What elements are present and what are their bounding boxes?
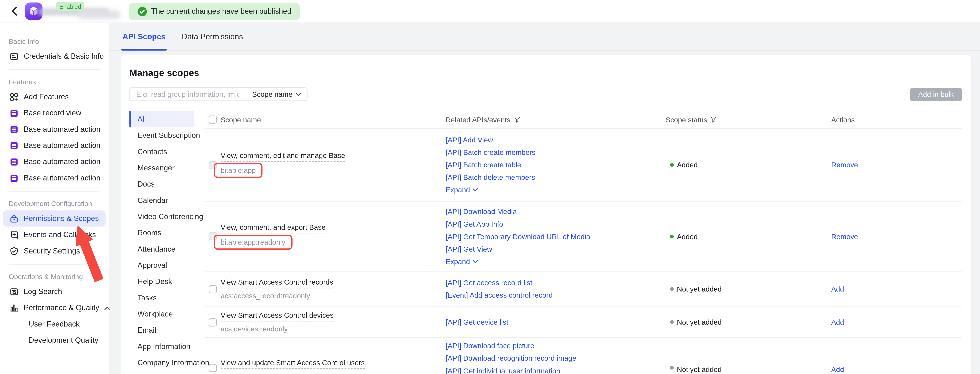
category-item[interactable]: Attendance — [129, 241, 194, 257]
expand-link[interactable]: Expand — [445, 255, 478, 268]
sidebar-item-permissions-scopes[interactable]: Permissions & Scopes — [3, 210, 105, 227]
api-link[interactable]: [API] Get View — [445, 242, 492, 255]
api-link[interactable]: [API] Batch create table — [445, 158, 521, 171]
scope-code: acs:devices:readonly — [221, 325, 288, 333]
category-item[interactable]: Tasks — [129, 290, 194, 306]
api-link[interactable]: [API] Download recognition record image — [445, 352, 576, 364]
category-item[interactable]: Company Information — [129, 355, 194, 371]
remove-action[interactable]: Remove — [831, 233, 858, 240]
search-filter-dropdown[interactable]: Scope name — [246, 88, 307, 100]
api-link[interactable]: [API] Add View — [445, 134, 493, 146]
sidebar-item-user-feedback[interactable]: User Feedback — [0, 316, 109, 332]
sidebar-item-label: User Feedback — [29, 320, 80, 328]
status-dot-added — [670, 163, 674, 166]
bar-chart-icon — [9, 303, 19, 313]
api-link[interactable]: [API] Get device list — [445, 316, 508, 328]
sidebar-item-label: Development Quality — [29, 336, 98, 344]
category-item[interactable]: Email — [129, 322, 194, 338]
sidebar-item-events-callbacks[interactable]: Events and Callbacks — [0, 227, 109, 243]
status-text: Added — [677, 161, 697, 169]
category-item[interactable]: Help Desk — [129, 273, 194, 290]
collapse-chevron-icon[interactable] — [104, 303, 110, 312]
sidebar-item-label: Base automated action — [24, 125, 100, 134]
sidebar-item-base-automated-action[interactable]: Base automated action — [0, 170, 109, 186]
app-window: Enabled The current changes have been pu… — [0, 0, 980, 374]
category-item[interactable]: Event Subscription — [129, 127, 194, 143]
category-item[interactable]: Video Conferencing — [129, 209, 194, 225]
add-features-icon — [9, 92, 19, 102]
toolbar: Scope name Add in bulk — [129, 87, 962, 101]
api-link[interactable]: [API] Batch delete members — [445, 171, 535, 184]
category-item[interactable]: Approval — [129, 257, 194, 273]
api-link[interactable]: [API] Get Temporary Download URL of Medi… — [445, 230, 590, 242]
sidebar-item-label: Add Features — [24, 92, 69, 101]
event-link[interactable]: [Event] Add access control record — [445, 289, 553, 301]
add-action[interactable]: Add — [831, 319, 844, 326]
add-action[interactable]: Add — [831, 285, 844, 293]
top-bar: Enabled The current changes have been pu… — [0, 0, 980, 23]
api-link[interactable]: [API] Download Media — [445, 205, 517, 217]
sidebar-item-performance-quality[interactable]: Performance & Quality — [0, 300, 109, 316]
category-list: All Event Subscription Contacts Messenge… — [129, 111, 194, 374]
row-checkbox[interactable] — [209, 364, 217, 372]
tab-data-permissions[interactable]: Data Permissions — [182, 23, 243, 50]
sidebar-item-development-quality[interactable]: Development Quality — [0, 332, 109, 348]
table-row: View, comment, edit and manage Base bita… — [204, 129, 962, 202]
sidebar-item-security-settings[interactable]: Security Settings — [0, 243, 109, 259]
divider — [9, 69, 100, 70]
category-item[interactable]: Contacts — [129, 144, 194, 160]
expand-link[interactable]: Expand — [445, 184, 478, 196]
category-item[interactable]: Rooms — [129, 225, 194, 241]
scope-title: View, comment, edit and manage Base — [221, 152, 345, 162]
category-item[interactable]: Workplace — [129, 306, 194, 322]
add-action[interactable]: Add — [831, 366, 844, 373]
remove-action[interactable]: Remove — [831, 161, 858, 169]
lock-icon — [9, 213, 19, 223]
sidebar-item-label: Log Search — [24, 287, 62, 296]
sidebar: Basic Info Credentials & Basic Info Feat… — [0, 23, 110, 374]
category-item[interactable]: Messenger — [129, 160, 194, 176]
sidebar-item-log-search[interactable]: Log Search — [0, 284, 109, 300]
sidebar-item-base-automated-action[interactable]: Base automated action — [0, 154, 109, 170]
tab-bar: API Scopes Data Permissions — [110, 23, 980, 51]
sidebar-item-base-automated-action[interactable]: Base automated action — [0, 137, 109, 154]
api-link[interactable]: [API] Get App Info — [445, 217, 503, 230]
filter-funnel-icon[interactable] — [514, 116, 520, 123]
expand-label: Expand — [445, 258, 470, 265]
blurred-app-subtitle — [79, 11, 120, 19]
filter-funnel-icon[interactable] — [710, 116, 717, 123]
scope-title: View Smart Access Control devices — [221, 311, 334, 322]
api-link[interactable]: [API] Get access record list — [445, 277, 532, 289]
chevron-down-icon — [473, 260, 478, 263]
section-header-ops-monitoring: Operations & Monitoring — [9, 273, 109, 280]
expand-label: Expand — [445, 186, 470, 193]
scope-title: View Smart Access Control records — [221, 279, 333, 288]
select-all-checkbox[interactable] — [209, 116, 217, 124]
sidebar-item-add-features[interactable]: Add Features — [0, 89, 109, 105]
back-button[interactable] — [8, 4, 21, 18]
sidebar-item-base-automated-action[interactable]: Base automated action — [0, 121, 109, 137]
status-text: Not yet added — [677, 285, 721, 293]
search-input[interactable] — [130, 88, 246, 100]
status-text: Not yet added — [677, 366, 721, 373]
bookmark-plus-icon — [9, 230, 19, 240]
add-in-bulk-button[interactable]: Add in bulk — [910, 88, 962, 101]
sidebar-item-base-record-view[interactable]: Base record view — [0, 105, 109, 121]
category-item-all[interactable]: All — [129, 111, 194, 127]
status-dot-not-added — [670, 287, 674, 291]
manage-scopes-card: Manage scopes Scope name Add in bulk — [121, 55, 970, 374]
sidebar-item-credentials[interactable]: Credentials & Basic Info — [0, 48, 109, 64]
app-name-redacted: Enabled — [42, 0, 123, 22]
api-link[interactable]: [API] Batch create members — [445, 146, 536, 158]
tab-api-scopes[interactable]: API Scopes — [123, 23, 165, 50]
category-item[interactable]: Calendar — [129, 192, 194, 209]
base-list-icon — [9, 108, 19, 118]
api-link[interactable]: [API] Download face picture — [445, 340, 534, 352]
row-checkbox[interactable] — [209, 285, 217, 293]
category-item[interactable]: App Information — [129, 338, 194, 355]
category-item[interactable]: Docs — [129, 176, 194, 192]
api-link[interactable]: [API] Get individual user information — [445, 364, 560, 374]
section-header-dev-config: Development Configuration — [9, 200, 109, 207]
status-dot-not-added — [670, 320, 674, 324]
row-checkbox[interactable] — [209, 318, 217, 326]
